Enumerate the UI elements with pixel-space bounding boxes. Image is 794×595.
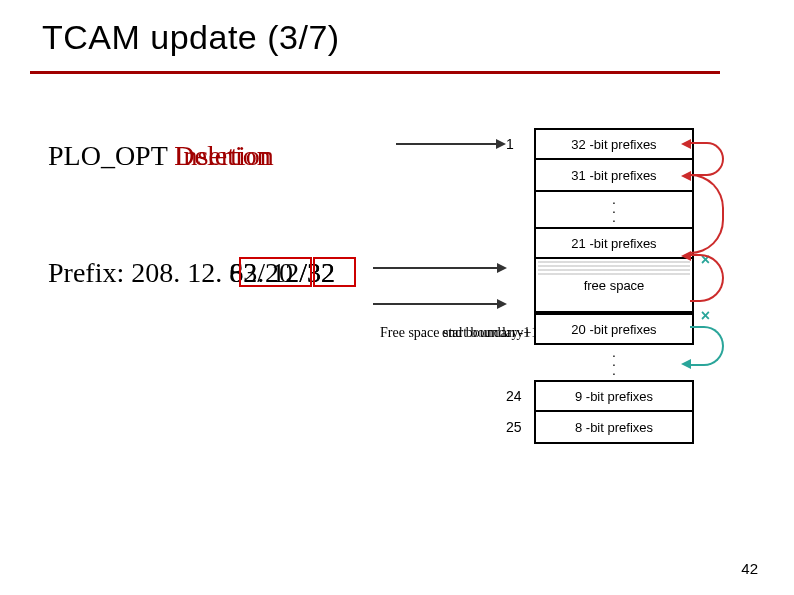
row-freespace: free space × <box>534 259 694 313</box>
tcam-diagram: 1 32 -bit prefixes 31 -bit prefixes ... … <box>534 128 694 444</box>
plo-opt-label: PLO_OPT Insertion Deletion <box>48 140 274 172</box>
label-20bit: 20 -bit prefixes <box>571 322 656 337</box>
swoop-teal <box>690 326 724 366</box>
row-8bit: 25 8 -bit prefixes <box>534 412 694 444</box>
swoop-red-2-head <box>681 171 691 181</box>
redbox-len <box>313 257 356 287</box>
vdots-2: ... <box>534 345 694 380</box>
slide: TCAM update (3/7) PLO_OPT Insertion Dele… <box>0 0 794 595</box>
fs-overlay2-wrapper: end boundary-1 <box>442 325 530 341</box>
swoop-red-1-head <box>681 139 691 149</box>
slide-title: TCAM update (3/7) <box>42 18 340 57</box>
swoop-red-1 <box>690 142 724 176</box>
plo-overlaid-word: Insertion Deletion <box>174 140 274 172</box>
fs-base: Free space <box>380 325 443 340</box>
row-21bit: 21 -bit prefixes <box>534 227 694 259</box>
title-underline <box>30 71 720 74</box>
arrow-free-top <box>373 267 505 269</box>
arrow-to-row1 <box>396 143 504 145</box>
row-20bit: 20 -bit prefixes × <box>534 313 694 345</box>
swoop-red-3 <box>690 254 724 302</box>
fs-overlay2: end boundary <box>442 325 519 340</box>
swoop-teal-head <box>681 359 691 369</box>
fs-tail2: -1 <box>519 325 531 340</box>
plo-prefix: PLO_OPT <box>48 140 174 171</box>
arrow-free-bottom <box>373 303 505 305</box>
swoop-red-2 <box>690 174 724 254</box>
label-32bit: 32 -bit prefixes <box>571 137 656 152</box>
label-8bit: 8 -bit prefixes <box>575 420 653 435</box>
label-9bit: 9 -bit prefixes <box>575 389 653 404</box>
label-freespace: free space <box>584 278 645 293</box>
plo-word-deletion: Deletion <box>174 140 270 172</box>
prefix-lead: Prefix: 208. 12. <box>48 257 229 288</box>
teal-x-2: × <box>701 307 710 325</box>
rownum-24: 24 <box>506 388 522 404</box>
row-9bit: 24 9 -bit prefixes <box>534 380 694 412</box>
free-shade <box>538 261 690 275</box>
rownum-25: 25 <box>506 419 522 435</box>
row-32bit: 1 32 -bit prefixes <box>534 128 694 160</box>
page-number: 42 <box>741 560 758 577</box>
label-21bit: 21 -bit prefixes <box>571 236 656 251</box>
rownum-1: 1 <box>506 136 514 152</box>
redbox-octet <box>239 257 312 287</box>
row-31bit: 31 -bit prefixes <box>534 160 694 192</box>
swoop-red-3-head <box>681 251 691 261</box>
vdots-1: ... <box>534 192 694 227</box>
label-31bit: 31 -bit prefixes <box>571 168 656 183</box>
